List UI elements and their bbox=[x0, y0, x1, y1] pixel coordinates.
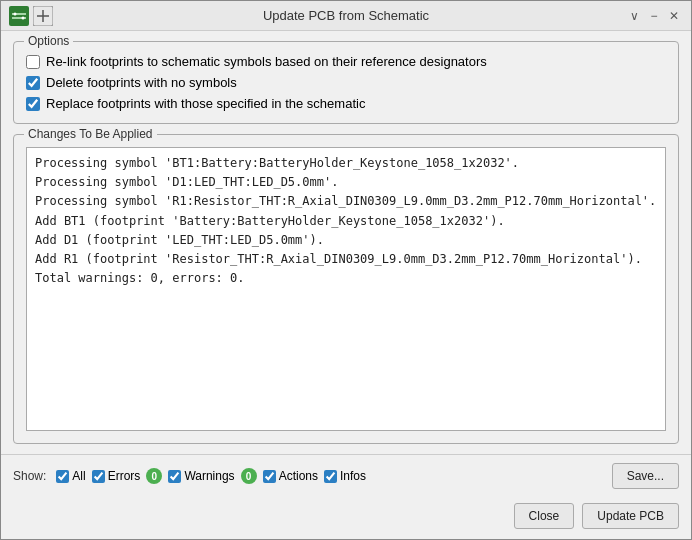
log-line: Processing symbol 'BT1:Battery:BatteryHo… bbox=[35, 154, 657, 173]
filter-footer: Show: All Errors 0 Warnings 0 Actions In… bbox=[1, 454, 691, 497]
options-list: Re-link footprints to schematic symbols … bbox=[26, 54, 666, 111]
filter-warnings-label: Warnings bbox=[184, 469, 234, 483]
filter-actions[interactable]: Actions bbox=[263, 469, 318, 483]
option-replace[interactable]: Replace footprints with those specified … bbox=[26, 96, 666, 111]
log-line: Add D1 (footprint 'LED_THT:LED_D5.0mm'). bbox=[35, 231, 657, 250]
option-relink-checkbox[interactable] bbox=[26, 55, 40, 69]
log-line: Total warnings: 0, errors: 0. bbox=[35, 269, 657, 288]
filter-actions-label: Actions bbox=[279, 469, 318, 483]
errors-badge: 0 bbox=[146, 468, 162, 484]
changes-label: Changes To Be Applied bbox=[24, 127, 157, 141]
titlebar-icons bbox=[9, 6, 53, 26]
window-title: Update PCB from Schematic bbox=[1, 8, 691, 23]
filter-all-label: All bbox=[72, 469, 85, 483]
changes-group: Changes To Be Applied Processing symbol … bbox=[13, 134, 679, 444]
filter-infos[interactable]: Infos bbox=[324, 469, 366, 483]
filter-infos-label: Infos bbox=[340, 469, 366, 483]
log-line: Add BT1 (footprint 'Battery:BatteryHolde… bbox=[35, 212, 657, 231]
filter-errors-label: Errors bbox=[108, 469, 141, 483]
options-group: Options Re-link footprints to schematic … bbox=[13, 41, 679, 124]
show-label: Show: bbox=[13, 469, 46, 483]
filter-errors-checkbox[interactable] bbox=[92, 470, 105, 483]
titlebar: Update PCB from Schematic ∨ − ✕ bbox=[1, 1, 691, 31]
collapse-button[interactable]: ∨ bbox=[625, 7, 643, 25]
filter-infos-checkbox[interactable] bbox=[324, 470, 337, 483]
main-window: Update PCB from Schematic ∨ − ✕ Options … bbox=[0, 0, 692, 540]
filter-errors[interactable]: Errors bbox=[92, 469, 141, 483]
close-button[interactable]: Close bbox=[514, 503, 575, 529]
log-line: Add R1 (footprint 'Resistor_THT:R_Axial_… bbox=[35, 250, 657, 269]
log-line: Processing symbol 'R1:Resistor_THT:R_Axi… bbox=[35, 192, 657, 211]
changes-log: Processing symbol 'BT1:Battery:BatteryHo… bbox=[26, 147, 666, 431]
action-row: Close Update PCB bbox=[1, 497, 691, 539]
filter-warnings[interactable]: Warnings bbox=[168, 469, 234, 483]
close-window-button[interactable]: ✕ bbox=[665, 7, 683, 25]
schematic-icon bbox=[33, 6, 53, 26]
svg-point-4 bbox=[22, 16, 25, 19]
app-icon bbox=[9, 6, 29, 26]
option-delete-label: Delete footprints with no symbols bbox=[46, 75, 237, 90]
minimize-button[interactable]: − bbox=[645, 7, 663, 25]
update-pcb-button[interactable]: Update PCB bbox=[582, 503, 679, 529]
option-delete-checkbox[interactable] bbox=[26, 76, 40, 90]
filter-warnings-checkbox[interactable] bbox=[168, 470, 181, 483]
option-relink-label: Re-link footprints to schematic symbols … bbox=[46, 54, 487, 69]
filter-actions-checkbox[interactable] bbox=[263, 470, 276, 483]
filter-all-checkbox[interactable] bbox=[56, 470, 69, 483]
option-replace-checkbox[interactable] bbox=[26, 97, 40, 111]
save-button[interactable]: Save... bbox=[612, 463, 679, 489]
options-label: Options bbox=[24, 34, 73, 48]
option-delete[interactable]: Delete footprints with no symbols bbox=[26, 75, 666, 90]
titlebar-controls: ∨ − ✕ bbox=[625, 7, 683, 25]
svg-rect-0 bbox=[9, 6, 29, 26]
option-relink[interactable]: Re-link footprints to schematic symbols … bbox=[26, 54, 666, 69]
option-replace-label: Replace footprints with those specified … bbox=[46, 96, 365, 111]
svg-point-3 bbox=[14, 12, 17, 15]
main-content: Options Re-link footprints to schematic … bbox=[1, 31, 691, 454]
warnings-badge: 0 bbox=[241, 468, 257, 484]
filter-all[interactable]: All bbox=[56, 469, 85, 483]
log-line: Processing symbol 'D1:LED_THT:LED_D5.0mm… bbox=[35, 173, 657, 192]
